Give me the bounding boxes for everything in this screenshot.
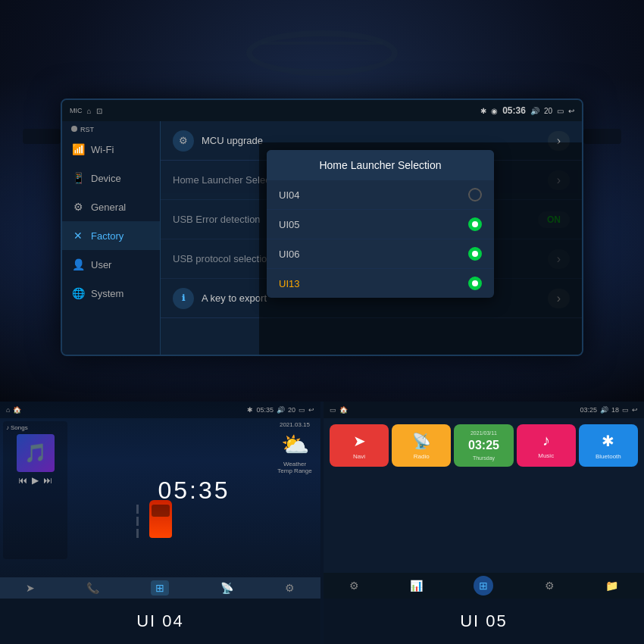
dialog-option-ui06[interactable]: UI06	[267, 239, 494, 269]
general-icon: ⚙	[71, 200, 85, 214]
status-left: MIC ⌂ ⊡	[70, 107, 102, 115]
dialog-option-ui05-label: UI05	[279, 219, 468, 230]
ui04-prev-btn[interactable]: ⏮	[18, 475, 27, 486]
ui04-music-title-label: Songs	[11, 424, 28, 431]
ui05-label-text: UI 05	[460, 611, 508, 631]
road-line-2	[136, 517, 139, 526]
wifi-status-icon: ◉	[491, 107, 498, 115]
dialog-title: Home Launcher Selection	[267, 150, 494, 180]
music-icon: ♪	[542, 432, 550, 449]
ui05-status-left: ▭ 🏠	[330, 406, 348, 414]
sidebar-factory-label: Factory	[91, 230, 123, 242]
sidebar-item-wifi[interactable]: 📶 Wi-Fi	[62, 135, 160, 164]
ui04-label-text: UI 04	[136, 611, 184, 631]
dialog-radio-ui13[interactable]	[468, 277, 482, 290]
ui04-music-card: ♪ Songs 🎵 ⏮ ▶ ⏭	[3, 421, 67, 559]
ui05-time: 03:25	[580, 406, 597, 414]
ui04-playback-controls: ⏮ ▶ ⏭	[6, 475, 64, 486]
ui04-status-right: ✱ 05:35 🔊 20 ▭ ↩	[247, 406, 314, 414]
ui04-batt: ▭	[299, 406, 305, 414]
app-tile-clock[interactable]: 2021/03/11 03:25 Thursday	[454, 424, 513, 467]
dialog-option-ui04-label: UI04	[279, 189, 468, 201]
ui04-music-title-row: ♪ Songs	[6, 424, 64, 431]
ui04-car-icon	[149, 500, 172, 538]
ui04-nav-home[interactable]: ⊞	[151, 580, 169, 596]
ui05-nav-settings[interactable]: ⚙	[349, 580, 359, 592]
sidebar-item-general[interactable]: ⚙ General	[62, 192, 160, 221]
mic-label: MIC	[70, 107, 83, 114]
dialog-option-ui04[interactable]: UI04	[267, 180, 494, 210]
ui04-nav-antenna[interactable]: 📡	[220, 582, 233, 594]
dialog-radio-ui05[interactable]	[468, 217, 482, 231]
sidebar-wifi-label: Wi-Fi	[91, 144, 114, 155]
app-tile-radio[interactable]: 📡 Radio	[392, 424, 451, 467]
ui05-app-grid: ➤ Navi 📡 Radio 2021/03/11 03:25 Thursday…	[324, 418, 644, 473]
sidebar: RST 📶 Wi-Fi 📱 Device ⚙ General ✕ Factory…	[62, 121, 161, 355]
factory-icon: ✕	[71, 229, 85, 242]
ui04-road-lines	[136, 505, 139, 538]
ui04-next-btn[interactable]: ⏭	[43, 475, 52, 486]
ui05-nav-gear2[interactable]: ⚙	[545, 580, 555, 592]
ui04-bottom-nav: ➤ 📞 ⊞ 📡 ⚙	[0, 577, 320, 599]
ui05-nav-stats[interactable]: 📊	[410, 580, 423, 592]
volume-level: 20	[544, 107, 552, 115]
ui04-content-area: ♪ Songs 🎵 ⏮ ▶ ⏭	[0, 418, 320, 562]
dialog-box: Home Launcher Selection UI04 UI05 UI06	[267, 150, 494, 298]
app-tile-music[interactable]: ♪ Music	[517, 424, 576, 467]
dialog-option-ui13-label: UI13	[279, 278, 468, 289]
clock-date: 2021/03/11	[470, 430, 497, 436]
dialog-radio-ui04[interactable]	[468, 188, 482, 202]
ui04-bt-icon: ✱	[247, 406, 253, 414]
dialog-overlay: Home Launcher Selection UI04 UI05 UI06	[259, 142, 582, 355]
ui04-weather-icon: ⛅	[272, 431, 317, 458]
ui05-vol: 18	[611, 406, 619, 414]
ui05-batt2: ▭	[622, 406, 629, 414]
status-time: 05:36	[502, 105, 526, 116]
ui05-back-btn[interactable]: ↩	[632, 406, 638, 414]
ui05-nav-home[interactable]: ⊞	[474, 576, 493, 596]
sidebar-item-factory[interactable]: ✕ Factory	[62, 221, 160, 250]
app-tile-bluetooth[interactable]: ✱ Bluetooth	[579, 424, 638, 467]
navi-icon: ➤	[353, 432, 366, 450]
ui04-back-btn[interactable]: ↩	[308, 406, 314, 414]
device-icon: 📱	[71, 171, 85, 185]
ui05-home-icon: 🏠	[339, 406, 348, 414]
ui05-label: UI 05	[324, 599, 644, 644]
dash-vent-right	[583, 129, 621, 144]
sidebar-item-user[interactable]: 👤 User	[62, 250, 160, 279]
ui04-nav-settings[interactable]: ⚙	[285, 582, 295, 594]
car-window	[152, 505, 170, 517]
dialog-radio-ui06[interactable]	[468, 247, 482, 261]
ui04-nav-maps[interactable]: ➤	[26, 582, 35, 594]
dialog-option-ui06-label: UI06	[279, 249, 468, 260]
clock-day: Thursday	[473, 455, 495, 461]
ui05-nav-folder[interactable]: 📁	[605, 580, 618, 592]
sidebar-user-label: User	[91, 259, 111, 270]
main-screen: MIC ⌂ ⊡ ✱ ◉ 05:36 🔊 20 ▭ ↩ RST 📶 Wi-Fi	[61, 98, 583, 356]
ui04-weather-card: 2021.03.15 ⛅ Weather Temp Range	[272, 421, 317, 474]
ui05-bottom-nav: ⚙ 📊 ⊞ ⚙ 📁	[324, 573, 644, 599]
app-tile-navi[interactable]: ➤ Navi	[330, 424, 389, 467]
ui05-vol-icon: 🔊	[600, 406, 608, 414]
ui04-play-btn[interactable]: ▶	[32, 475, 39, 486]
dialog-option-ui05[interactable]: UI05	[267, 210, 494, 239]
sidebar-system-label: System	[91, 288, 123, 299]
camera-icon: ⊡	[96, 107, 102, 115]
back-btn[interactable]: ↩	[568, 107, 574, 115]
ui04-weather-sub: Temp Range	[272, 467, 317, 474]
ui05-battery-icon: ▭	[330, 406, 336, 414]
ui04-status-house: 🏠	[13, 406, 21, 414]
user-icon: 👤	[71, 258, 85, 271]
sidebar-item-system[interactable]: 🌐 System	[62, 279, 160, 308]
system-icon: 🌐	[71, 286, 85, 300]
ui04-screen: ⌂ 🏠 ✱ 05:35 🔊 20 ▭ ↩ ♪	[0, 402, 320, 599]
sidebar-item-device[interactable]: 📱 Device	[62, 164, 160, 192]
battery-icon: ▭	[557, 107, 564, 115]
clock-time: 03:25	[468, 439, 499, 452]
wifi-icon: 📶	[71, 142, 85, 156]
ui04-weather-label: Weather	[272, 461, 317, 467]
sidebar-general-label: General	[91, 202, 126, 213]
dialog-option-ui13[interactable]: UI13	[267, 269, 494, 298]
ui04-nav-phone[interactable]: 📞	[86, 582, 99, 594]
ui04-status-home: ⌂	[6, 406, 10, 414]
